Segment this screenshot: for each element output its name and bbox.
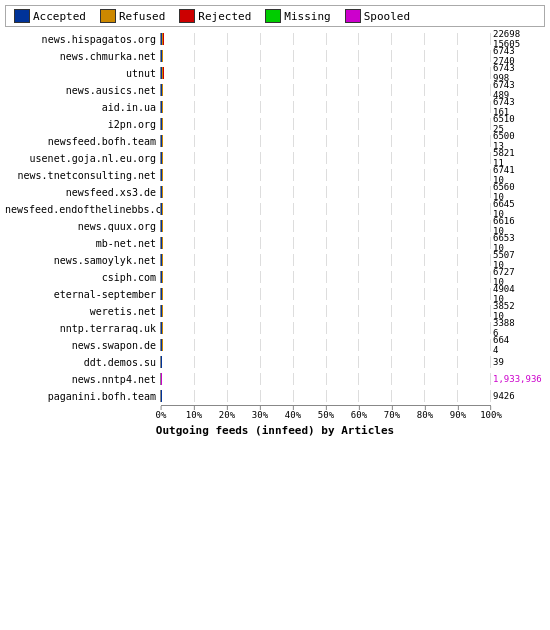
bar-container [160, 169, 490, 181]
bar-segments [161, 101, 163, 113]
row-label: nntp.terraraq.uk [5, 323, 160, 334]
chart-container: AcceptedRefusedRejectedMissingSpoolednew… [0, 0, 550, 630]
bar-segments [161, 203, 163, 215]
bar-segment-refused [162, 101, 163, 113]
bar-container [160, 50, 490, 62]
bar-values: 1,933,936 [493, 374, 542, 384]
x-axis-tick: 20% [219, 406, 235, 420]
bar-segments [161, 305, 163, 317]
row-label: eternal-september [5, 289, 160, 300]
table-row: news.samoylyk.net550710 [5, 252, 545, 268]
row-label: news.swapon.de [5, 340, 160, 351]
bar-container [160, 84, 490, 96]
legend-label-missing: Missing [284, 10, 330, 23]
row-label: csiph.com [5, 272, 160, 283]
table-row: utnut6743998 [5, 65, 545, 81]
legend-color-spooled [345, 9, 361, 23]
bar-segment-accepted [161, 356, 162, 368]
bar-segment-refused [162, 169, 163, 181]
bar-segments [161, 67, 164, 79]
x-axis-tick: 0% [156, 406, 167, 420]
x-axis-tick: 90% [450, 406, 466, 420]
table-row: weretis.net385210 [5, 303, 545, 319]
legend-label-spooled: Spooled [364, 10, 410, 23]
bar-segments [161, 135, 163, 147]
x-axis-tick: 30% [252, 406, 268, 420]
legend-label-accepted: Accepted [33, 10, 86, 23]
bar-segments [161, 220, 163, 232]
legend-item-rejected: Rejected [179, 9, 251, 23]
bar-segments [161, 169, 163, 181]
bar-segment-refused [162, 254, 163, 266]
bar-container [160, 254, 490, 266]
legend-label-refused: Refused [119, 10, 165, 23]
bar-segments [161, 152, 163, 164]
bar-values: 6644 [493, 335, 509, 355]
table-row: eternal-september490410 [5, 286, 545, 302]
table-row: news.quux.org661610 [5, 218, 545, 234]
row-label: news.ausics.net [5, 85, 160, 96]
table-row: newsfeed.endofthelinebbs.com664510 [5, 201, 545, 217]
table-row: newsfeed.xs3.de656010 [5, 184, 545, 200]
bar-segments [161, 118, 163, 130]
bar-container [160, 33, 490, 45]
row-label: news.quux.org [5, 221, 160, 232]
bar-segments [161, 84, 163, 96]
row-label: i2pn.org [5, 119, 160, 130]
row-label: newsfeed.bofh.team [5, 136, 160, 147]
table-row: news.tnetconsulting.net674110 [5, 167, 545, 183]
bar-segments [161, 254, 163, 266]
x-axis-tick: 70% [384, 406, 400, 420]
x-axis-tick: 100% [480, 406, 502, 420]
table-row: csiph.com672710 [5, 269, 545, 285]
bar-segments [161, 322, 163, 334]
x-axis-tick: 50% [318, 406, 334, 420]
legend: AcceptedRefusedRejectedMissingSpooled [5, 5, 545, 27]
table-row: usenet.goja.nl.eu.org582111 [5, 150, 545, 166]
chart-wrapper: news.hispagatos.org2269815605news.chmurk… [5, 31, 545, 437]
table-row: news.ausics.net6743489 [5, 82, 545, 98]
bar-segments [161, 288, 163, 300]
bar-container [160, 118, 490, 130]
legend-item-accepted: Accepted [14, 9, 86, 23]
table-row: paganini.bofh.team9426 [5, 388, 545, 404]
bar-segment-refused [162, 237, 163, 249]
bar-segment-refused [162, 322, 163, 334]
row-label: newsfeed.xs3.de [5, 187, 160, 198]
row-label: utnut [5, 68, 160, 79]
bar-segments [161, 50, 163, 62]
bar-segment-refused [162, 84, 163, 96]
row-label: news.samoylyk.net [5, 255, 160, 266]
x-axis-tick: 80% [417, 406, 433, 420]
row-label: news.chmurka.net [5, 51, 160, 62]
row-label: paganini.bofh.team [5, 391, 160, 402]
bar-container [160, 305, 490, 317]
bar-segments [161, 339, 163, 351]
bar-container [160, 339, 490, 351]
bar-segment-refused [162, 305, 163, 317]
x-axis-title: Outgoing feeds (innfeed) by Articles [5, 424, 545, 437]
bar-segments [161, 271, 163, 283]
bar-segment-accepted [161, 390, 162, 402]
legend-item-refused: Refused [100, 9, 165, 23]
row-label: news.tnetconsulting.net [5, 170, 160, 181]
row-label: weretis.net [5, 306, 160, 317]
bar-segment-refused [162, 152, 163, 164]
legend-item-spooled: Spooled [345, 9, 410, 23]
bar-segments [161, 237, 163, 249]
row-label: ddt.demos.su [5, 357, 160, 368]
bar-values: 39 [493, 357, 504, 367]
bar-container [160, 186, 490, 198]
table-row: ddt.demos.su39 [5, 354, 545, 370]
row-label: news.hispagatos.org [5, 34, 160, 45]
rows-wrapper: news.hispagatos.org2269815605news.chmurk… [5, 31, 545, 405]
row-label: newsfeed.endofthelinebbs.com [5, 204, 160, 215]
bar-container [160, 288, 490, 300]
table-row: aid.in.ua6743161 [5, 99, 545, 115]
table-row: news.swapon.de6644 [5, 337, 545, 353]
table-row: i2pn.org651025 [5, 116, 545, 132]
x-axis-tick: 10% [186, 406, 202, 420]
bar-segment-refused [162, 50, 163, 62]
bar-container [160, 203, 490, 215]
bar-segment-refused [162, 271, 163, 283]
